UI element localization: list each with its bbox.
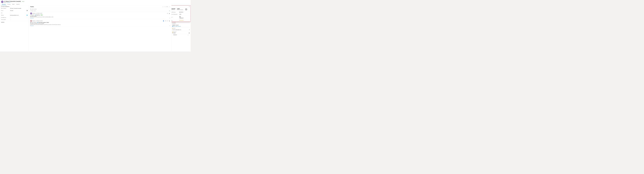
timeline-detail-1: Please provide the following information… (30, 17, 170, 18)
record-title-row: AD A. Datum Corporation (sample) - Saved… (1, 1, 190, 3)
popup-rating-label: Rating (171, 20, 179, 21)
primary-contact-section: Primary Contact 👤 Rene Valdes (sample) (172, 25, 190, 27)
field-row-phone: Phone 555-123 ☎ (0, 10, 29, 12)
left-panel: ACCOUNT INFORMATION Account Name* A. Dat… (0, 5, 29, 51)
error-loading[interactable]: Error loadi... (172, 22, 190, 23)
timeline-type-label-1: Email from: (31, 15, 35, 15)
description-row: Description (172, 23, 190, 24)
app-container: AD A. Datum Corporation (sample) - Saved… (0, 0, 191, 51)
phone-icon[interactable]: ☎ (26, 10, 28, 11)
user-icon-1: 👤 (35, 15, 36, 15)
popup-employees-summary: 6,200 Number of Employees (177, 8, 183, 11)
field-label-website: Website (1, 15, 10, 16)
phone-icon-2: ☎ (30, 22, 31, 23)
popup-field-rating: Rating ★ ★ ★ ★ ☆ (171, 19, 190, 22)
account-detail-popup: ∧ $10,000.00 Annual Revenue 6,200 Number… (171, 5, 191, 22)
timeline-copy-button-2[interactable]: ⎘ (165, 20, 166, 22)
timeline-delete-button-1[interactable]: 🗑 (168, 13, 170, 14)
star-5: ☆ (184, 20, 185, 21)
business-label: Business (174, 32, 180, 32)
popup-annual-revenue-label: Annual Revenue (171, 12, 179, 13)
primary-contact-link[interactable]: 👤 Rene Valdes (sample) (172, 26, 190, 27)
email-icon: ✉ (30, 15, 31, 15)
chevron-down-icon-2: ∨ (170, 25, 170, 26)
field-label-ticker: Ticker Symbol (1, 19, 10, 20)
timeline-search-row: 🔍 (29, 8, 171, 10)
required-indicator-owner: * (173, 17, 173, 18)
field-row-ticker: Ticker Symbol --- (0, 19, 29, 21)
view-more-1[interactable]: View more ∨ (30, 18, 170, 19)
popup-employees-label: Number of Employees (177, 9, 183, 10)
paperclip-icon[interactable]: 📎 (169, 10, 170, 11)
popup-header: ∧ (171, 6, 190, 8)
tab-details[interactable]: Details (11, 4, 16, 5)
field-value-fax: --- (10, 13, 28, 13)
account-info-section-header: ACCOUNT INFORMATION (0, 5, 29, 8)
primary-contact-title: Primary Contact (172, 25, 190, 26)
email-label: Email (174, 28, 180, 29)
popup-revenue-summary: $10,000.00 Annual Revenue (171, 8, 175, 11)
contacts-more-button[interactable]: ⋯ (187, 34, 189, 36)
rating-stars: ★ ★ ★ ★ ☆ (179, 20, 185, 21)
timeline-item-1-meta: MP Modified on: 9/27/2021 5:31 PM (30, 13, 42, 14)
timeline-item-2-meta: SB Modified on: 10/3/2020 10:33 PM (30, 20, 42, 22)
popup-field-employees: Number of Employees 6,200 (171, 13, 190, 16)
address-section-header: ADDRESS (0, 21, 29, 23)
timeline-copy-button-1[interactable]: ⎘ (167, 13, 168, 14)
timeline-search-input[interactable] (32, 9, 170, 9)
star-4: ★ (183, 20, 184, 21)
field-value-phone: 555-123 ☎ (10, 10, 28, 11)
timeline-detail-2: Checked customer and product information… (30, 24, 170, 25)
person-link-icon: 👤 (172, 26, 173, 27)
add-timeline-button[interactable]: + (162, 6, 164, 8)
timeline-type-label-2: Phone Call from: (32, 22, 37, 23)
status-badge-2: Closed (46, 22, 49, 23)
timeline-assign-button-2[interactable]: 👤 (162, 20, 164, 22)
status-badge-1: Active (40, 15, 43, 16)
popup-collapse-button[interactable]: ∧ (188, 6, 190, 7)
email-icon-action[interactable]: ✉ (189, 29, 190, 30)
popup-owner-avatar (185, 8, 187, 11)
popup-owner-label: Owner * (171, 17, 179, 18)
timeline-person-1[interactable]: Matt Peart (36, 15, 40, 15)
timeline-panel: Timeline + ▽ ☰ ⋯ 🔍 ✎ 📎 (29, 5, 171, 51)
tab-flooring[interactable]: Flooring (6, 4, 11, 5)
globe-icon[interactable]: 🌐 (26, 15, 28, 16)
timeline-edit-button-2[interactable]: ☐ (166, 20, 168, 22)
business-phone: 555-0108 (172, 33, 176, 33)
email-value: someone_i@example.com (172, 29, 181, 30)
contacts-section-header: CONTACTS ⋯ (172, 34, 190, 36)
timeline-title: Timeline (30, 6, 34, 7)
timeline-person-2[interactable]: Susan Burk (sample) (38, 22, 46, 23)
nav-tabs: Summary Flooring Details Related ∨ (1, 4, 190, 5)
tab-summary[interactable]: Summary (1, 4, 6, 5)
tab-related[interactable]: Related ∨ (16, 4, 21, 5)
note-input[interactable] (31, 10, 169, 11)
popup-num-employees-value: 6,200 (179, 14, 190, 15)
field-value-parent-account: --- (10, 17, 28, 18)
field-label-parent-account: Parent Account (1, 17, 10, 18)
email-row: 🔒 Email (172, 28, 190, 29)
chevron-down-icon-1: ∨ (170, 18, 170, 19)
contacts-title: CONTACTS (173, 35, 177, 35)
more-options-button[interactable]: ⋯ (168, 6, 170, 8)
popup-owner-value: [Owner] (179, 16, 190, 18)
user-icon-2: 👤 (37, 22, 38, 23)
record-title: A. Datum Corporation (sample) (4, 1, 21, 2)
timeline-content-title-1: Information request (30, 16, 170, 17)
timeline-header: Timeline + ▽ ☰ ⋯ (29, 5, 171, 8)
field-value-account-name: A. Datum Corporation (sample) (10, 8, 28, 9)
right-panel-content: Error loadi... Description Primary Conta… (171, 21, 190, 37)
timeline-type-1: ✉ Email from: 👤 Matt Peart Active (30, 15, 170, 16)
filter-timeline-button[interactable]: ▽ (164, 6, 166, 8)
phone-icon-action[interactable]: ☎ (189, 33, 190, 34)
edit-icon: ✎ (30, 10, 31, 11)
breadcrumb-entity-link[interactable]: Account ∨ (8, 2, 11, 3)
timeline-delete-button-2[interactable]: 🗑 (168, 20, 170, 22)
list-view-button[interactable]: ☰ (166, 6, 168, 8)
star-2: ★ (180, 20, 181, 21)
note-input-row: ✎ 📎 (29, 10, 171, 12)
view-more-2[interactable]: View more ∨ (30, 25, 170, 26)
timeline-item-1: MP Modified on: 9/27/2021 5:31 PM ⎘ 🗑 ✉ … (29, 12, 171, 19)
timeline-content-title-2: Information provided to customer (sample… (30, 23, 170, 24)
